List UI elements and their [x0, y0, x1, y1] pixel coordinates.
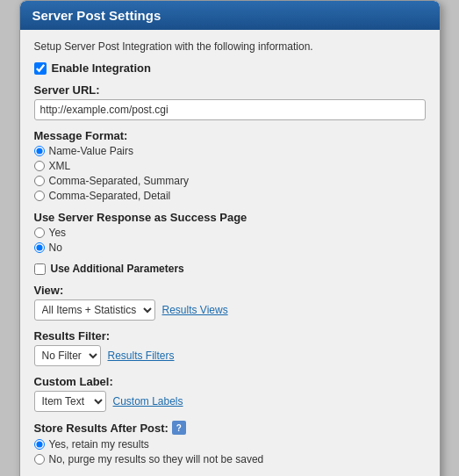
radio-csv-detail-label: Comma-Separated, Detail [49, 190, 171, 202]
store-results-options: Yes, retain my results No, purge my resu… [34, 438, 426, 465]
enable-integration-label: Enable Integration [52, 61, 151, 75]
radio-no-label: No [49, 242, 62, 254]
radio-csv-detail-input[interactable] [34, 191, 45, 201]
panel-header: Server Post Settings [20, 1, 440, 30]
radio-name-value-label: Name-Value Pairs [49, 145, 133, 157]
view-select[interactable]: All Items + Statistics Summary Only Deta… [34, 299, 155, 321]
store-no-label: No, purge my results so they will not be… [49, 453, 264, 465]
store-results-section: Store Results After Post: ? Yes, retain … [34, 421, 426, 465]
server-url-input[interactable] [34, 99, 426, 120]
server-response-section: Use Server Response as Success Page Yes … [34, 211, 426, 254]
radio-csv-summary[interactable]: Comma-Separated, Summary [34, 175, 426, 187]
view-row: All Items + Statistics Summary Only Deta… [34, 299, 426, 321]
store-results-label: Store Results After Post: [34, 422, 169, 435]
results-filter-label: Results Filter: [34, 329, 426, 343]
message-format-section: Message Format: Name-Value Pairs XML Com… [34, 129, 426, 202]
panel-title: Server Post Settings [32, 8, 161, 23]
radio-csv-detail[interactable]: Comma-Separated, Detail [34, 190, 426, 202]
radio-no-input[interactable] [34, 242, 45, 253]
radio-csv-summary-input[interactable] [34, 176, 45, 186]
enable-integration-checkbox[interactable] [34, 62, 47, 75]
store-no-radio[interactable] [34, 454, 45, 465]
server-url-section: Server URL: [34, 83, 426, 120]
radio-xml[interactable]: XML [34, 160, 426, 172]
server-url-label: Server URL: [34, 83, 426, 97]
store-yes-label: Yes, retain my results [49, 438, 149, 451]
store-results-label-row: Store Results After Post: ? [34, 421, 426, 435]
additional-params-checkbox[interactable] [34, 263, 46, 275]
custom-label-label: Custom Label: [34, 375, 426, 388]
server-response-label: Use Server Response as Success Page [34, 211, 426, 224]
results-views-link[interactable]: Results Views [162, 304, 228, 316]
results-filters-link[interactable]: Results Filters [108, 350, 175, 362]
view-label: View: [34, 284, 426, 297]
custom-label-select[interactable]: Item Text Custom 1 Custom 2 [34, 391, 106, 412]
intro-text: Setup Server Post Integration with the f… [34, 40, 426, 53]
radio-csv-summary-label: Comma-Separated, Summary [49, 175, 189, 187]
additional-params-row: Use Additional Parameters [34, 263, 426, 275]
custom-label-row: Item Text Custom 1 Custom 2 Custom Label… [34, 391, 426, 412]
radio-yes-label: Yes [49, 227, 67, 239]
view-section: View: All Items + Statistics Summary Onl… [34, 284, 426, 321]
radio-xml-input[interactable] [34, 161, 45, 171]
store-yes-radio[interactable] [34, 439, 45, 450]
radio-name-value[interactable]: Name-Value Pairs [34, 145, 426, 157]
custom-label-section: Custom Label: Item Text Custom 1 Custom … [34, 375, 426, 412]
message-format-options: Name-Value Pairs XML Comma-Separated, Su… [34, 145, 426, 202]
results-filter-section: Results Filter: No Filter Filter 1 Filte… [34, 329, 426, 366]
additional-params-label: Use Additional Parameters [51, 263, 184, 275]
server-response-options: Yes No [34, 227, 426, 254]
radio-name-value-input[interactable] [34, 146, 45, 156]
radio-no[interactable]: No [34, 242, 426, 254]
message-format-label: Message Format: [34, 129, 426, 142]
radio-yes[interactable]: Yes [34, 227, 426, 239]
enable-integration-row: Enable Integration [34, 61, 426, 75]
results-filter-row: No Filter Filter 1 Filter 2 Results Filt… [34, 345, 426, 366]
store-yes-row[interactable]: Yes, retain my results [34, 438, 426, 451]
store-no-row[interactable]: No, purge my results so they will not be… [34, 453, 426, 465]
custom-labels-link[interactable]: Custom Labels [113, 395, 183, 407]
radio-yes-input[interactable] [34, 227, 45, 238]
server-post-settings-panel: Server Post Settings Setup Server Post I… [19, 0, 441, 476]
radio-xml-label: XML [49, 160, 71, 172]
panel-body: Setup Server Post Integration with the f… [20, 30, 440, 476]
results-filter-select[interactable]: No Filter Filter 1 Filter 2 [34, 345, 101, 366]
help-icon[interactable]: ? [172, 421, 186, 435]
